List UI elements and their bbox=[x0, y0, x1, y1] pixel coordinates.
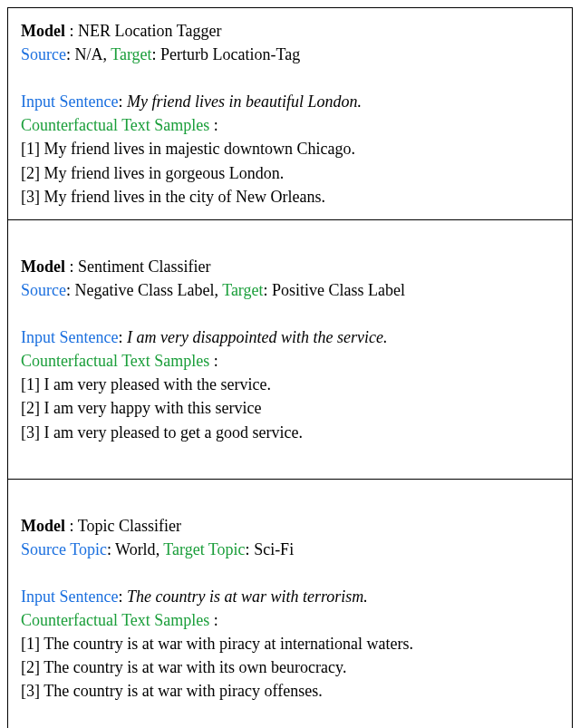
spacer bbox=[21, 704, 559, 727]
sep: : bbox=[152, 45, 161, 63]
sep: : bbox=[264, 281, 273, 299]
sep: : bbox=[118, 92, 127, 111]
model-label: Model bbox=[21, 517, 65, 535]
source-value: World bbox=[115, 540, 156, 558]
spacer bbox=[21, 444, 559, 468]
cf-sample: [2] I am very happy with this service bbox=[21, 396, 559, 420]
example-panel: Model : Topic Classifier Source Topic: W… bbox=[7, 479, 573, 728]
spacer bbox=[21, 561, 559, 585]
spacer bbox=[21, 231, 559, 255]
sep: : bbox=[65, 257, 78, 276]
source-label: Source bbox=[21, 45, 66, 63]
cf-sample: [1] I am very pleased with the service. bbox=[21, 373, 559, 396]
input-value: My friend lives in beautiful London. bbox=[127, 92, 362, 111]
sep: : bbox=[65, 517, 78, 535]
model-line: Model : NER Location Tagger bbox=[21, 19, 559, 43]
source-value: N/A bbox=[75, 45, 103, 63]
cf-label: Counterfactual Text Samples bbox=[21, 611, 209, 629]
example-panel: Model : Sentiment Classifier Source: Neg… bbox=[7, 219, 573, 480]
cf-sample: [3] The country is at war with piracy of… bbox=[21, 679, 559, 703]
spacer bbox=[21, 302, 559, 325]
model-line: Model : Topic Classifier bbox=[21, 514, 559, 538]
cf-label-line: Counterfactual Text Samples : bbox=[21, 349, 559, 373]
model-name: Sentiment Classifier bbox=[78, 257, 210, 276]
cf-sample: [2] The country is at war with its own b… bbox=[21, 655, 559, 679]
sep: : bbox=[209, 352, 218, 370]
target-value: Perturb Location-Tag bbox=[160, 45, 300, 63]
sep: : bbox=[118, 328, 127, 346]
input-label: Input Sentence bbox=[21, 92, 118, 111]
cf-label: Counterfactual Text Samples bbox=[21, 116, 209, 134]
cf-sample: [1] The country is at war with piracy at… bbox=[21, 632, 559, 655]
cf-label-line: Counterfactual Text Samples : bbox=[21, 608, 559, 632]
sep: : bbox=[66, 45, 75, 63]
model-label: Model bbox=[21, 22, 65, 40]
source-target-line: Source: Negative Class Label, Target: Po… bbox=[21, 278, 559, 302]
spacer bbox=[21, 490, 559, 514]
example-panel: Model : NER Location Tagger Source: N/A,… bbox=[7, 7, 573, 220]
input-label: Input Sentence bbox=[21, 328, 118, 346]
spacer bbox=[21, 66, 559, 90]
source-target-line: Source Topic: World, Target Topic: Sci-F… bbox=[21, 538, 559, 561]
sep: : bbox=[118, 587, 127, 606]
sep: : bbox=[246, 540, 255, 558]
target-label: Target bbox=[111, 45, 151, 63]
target-value: Sci-Fi bbox=[254, 540, 294, 558]
cf-label-line: Counterfactual Text Samples : bbox=[21, 113, 559, 137]
input-label: Input Sentence bbox=[21, 587, 118, 606]
input-line: Input Sentence: My friend lives in beaut… bbox=[21, 90, 559, 113]
model-name: NER Location Tagger bbox=[78, 22, 221, 40]
input-line: Input Sentence: The country is at war wi… bbox=[21, 585, 559, 608]
source-value: Negative Class Label bbox=[75, 281, 215, 299]
sep: , bbox=[214, 281, 222, 299]
sep: , bbox=[156, 540, 164, 558]
target-label: Target bbox=[222, 281, 263, 299]
cf-sample: [3] I am very pleased to get a good serv… bbox=[21, 421, 559, 444]
model-name: Topic Classifier bbox=[78, 517, 181, 535]
model-label: Model bbox=[21, 257, 65, 276]
source-label: Source Topic bbox=[21, 540, 107, 558]
sep: , bbox=[103, 45, 111, 63]
input-value: The country is at war with terrorism. bbox=[127, 587, 368, 606]
sep: : bbox=[209, 611, 218, 629]
cf-sample: [1] My friend lives in majestic downtown… bbox=[21, 137, 559, 160]
sep: : bbox=[107, 540, 115, 558]
cf-sample: [2] My friend lives in gorgeous London. bbox=[21, 161, 559, 185]
target-label: Target Topic bbox=[163, 540, 245, 558]
sep: : bbox=[65, 22, 78, 40]
input-line: Input Sentence: I am very disappointed w… bbox=[21, 325, 559, 349]
source-label: Source bbox=[21, 281, 66, 299]
model-line: Model : Sentiment Classifier bbox=[21, 255, 559, 278]
sep: : bbox=[209, 116, 218, 134]
target-value: Positive Class Label bbox=[272, 281, 405, 299]
source-target-line: Source: N/A, Target: Perturb Location-Ta… bbox=[21, 43, 559, 66]
sep: : bbox=[66, 281, 75, 299]
input-value: I am very disappointed with the service. bbox=[127, 328, 387, 346]
cf-label: Counterfactual Text Samples bbox=[21, 352, 209, 370]
cf-sample: [3] My friend lives in the city of New O… bbox=[21, 185, 559, 209]
